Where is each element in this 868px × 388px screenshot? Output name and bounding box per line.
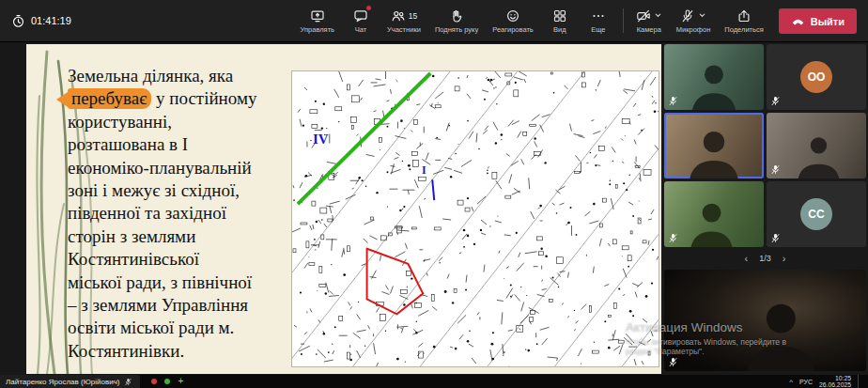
avatar: OO	[800, 61, 832, 93]
red-dot-icon[interactable]	[151, 379, 157, 384]
share-label: Поделиться	[724, 25, 763, 34]
slide-line: розташована в І	[68, 133, 256, 156]
avatar: CC	[800, 198, 832, 230]
meeting-timer-value: 01:41:19	[31, 15, 71, 26]
muted-mic-icon	[770, 96, 781, 106]
ellipsis-icon	[591, 8, 606, 23]
participant-tile-video-3[interactable]	[664, 181, 764, 247]
slide-line: сторін з землями	[68, 225, 256, 248]
participants-icon	[391, 8, 406, 23]
participants-button[interactable]: 15 Участники	[380, 2, 427, 39]
react-button[interactable]: Реагировать	[486, 2, 540, 39]
participant-tile-avatar-cc[interactable]: CC	[767, 181, 866, 247]
slide-line: південної та західної	[68, 202, 256, 225]
person-silhouette	[664, 195, 764, 247]
leave-label: Выйти	[811, 16, 845, 27]
zone-i-label: I	[422, 163, 426, 178]
manage-button[interactable]: Управлять	[294, 2, 341, 39]
muted-mic-icon	[668, 233, 678, 243]
tray-expand-icon[interactable]: ^	[789, 378, 793, 386]
react-label: Реагировать	[492, 25, 534, 34]
slide-line: міської ради, з північної	[68, 272, 256, 294]
participants-label: Участники	[387, 25, 421, 34]
tray-date: 26.06.2025	[819, 381, 851, 388]
more-label: Еще	[591, 25, 605, 34]
mic-label: Микрофон	[676, 25, 711, 34]
mic-off-icon	[680, 8, 695, 23]
slide-line: Костянтинівської	[68, 248, 256, 271]
highlighted-word: перебуває	[68, 88, 151, 109]
zone-iv-label: IV	[313, 132, 329, 147]
participant-tile-active-speaker[interactable]	[664, 113, 764, 178]
participants-count: 15	[409, 11, 417, 21]
participants-sidebar: OO CC ‹ 1/3 ›	[662, 42, 868, 375]
taskbar-app-icons: +	[151, 377, 183, 386]
view-label: Вид	[553, 25, 566, 34]
green-dot-icon[interactable]	[164, 379, 170, 384]
keyboard-language[interactable]: РУС	[799, 379, 813, 385]
camera-chevron-icon[interactable]	[654, 11, 662, 20]
pagination-counter: 1/3	[759, 254, 771, 263]
teams-meeting-window: 01:41:19 Управлять Чат 15 Участники	[0, 0, 868, 388]
raise-hand-icon	[449, 8, 464, 23]
participant-tile-video-2[interactable]	[767, 113, 866, 178]
camera-label: Камера	[637, 25, 661, 34]
more-button[interactable]: Еще	[580, 2, 617, 39]
screen-share-icon	[310, 8, 325, 23]
camera-button[interactable]: Камера	[629, 2, 669, 39]
slide-line: освіти міської ради м.	[68, 317, 256, 339]
meeting-timer: 01:41:19	[11, 14, 71, 28]
camera-off-icon	[636, 8, 651, 23]
presentation-slide: Земельна ділянка, яка перебуває у постій…	[26, 44, 661, 374]
slide-line: Костянтинівки.	[68, 340, 256, 363]
slide-line: користуванні,	[68, 111, 256, 133]
slide-line: економіко-планувальній	[68, 157, 256, 179]
presenter-name: Лайтаренко Ярослав (Юрійович)	[6, 378, 119, 386]
cadastral-map: IV I	[291, 70, 659, 367]
slide-paragraph: Земельна ділянка, яка перебуває у постій…	[68, 65, 256, 363]
smiley-icon	[505, 8, 520, 23]
tiles-pagination: ‹ 1/3 ›	[664, 249, 866, 268]
muted-mic-icon	[770, 164, 781, 175]
grid-view-icon	[552, 8, 567, 23]
muted-mic-icon	[770, 233, 781, 243]
mic-button[interactable]: Микрофон	[670, 2, 718, 39]
parcel-outline	[367, 249, 424, 315]
chat-button[interactable]: Чат	[342, 2, 380, 39]
raise-hand-label: Поднять руку	[435, 25, 478, 34]
participant-tile-avatar-oo[interactable]: OO	[767, 44, 866, 110]
muted-mic-icon	[668, 96, 678, 106]
participant-tile-large[interactable]	[664, 270, 866, 371]
person-silhouette	[664, 58, 764, 110]
share-button[interactable]: Поделиться	[718, 2, 769, 39]
chat-notification-dot	[366, 6, 371, 10]
pagination-next-icon[interactable]: ›	[783, 254, 786, 264]
slide-line: – з землями Управління	[68, 294, 256, 317]
person-silhouette	[767, 127, 866, 178]
participant-tile-video-1[interactable]	[664, 44, 764, 110]
manage-label: Управлять	[301, 25, 334, 34]
system-tray: ^ РУС 10:25 26.06.2025	[789, 375, 868, 388]
slide-line: Земельна ділянка, яка	[68, 65, 256, 87]
tray-clock[interactable]: 10:25 26.06.2025	[819, 375, 851, 388]
chat-icon	[353, 8, 368, 23]
participant-tiles: OO CC	[664, 44, 866, 247]
mic-chevron-icon[interactable]	[698, 11, 706, 20]
presenter-muted-mic-icon	[124, 378, 132, 386]
toolbar-divider	[623, 8, 624, 33]
slide-line: зоні і межує зі східної,	[68, 179, 256, 202]
leave-button[interactable]: Выйти	[779, 8, 857, 34]
view-button[interactable]: Вид	[541, 2, 579, 39]
pagination-prev-icon[interactable]: ‹	[745, 254, 749, 264]
timer-icon	[11, 14, 25, 28]
show-desktop-button[interactable]	[858, 375, 860, 388]
plus-icon[interactable]: +	[178, 377, 183, 386]
slide-line: перебуває у постійному	[68, 87, 256, 110]
slide-line-rest: у постійному	[151, 88, 256, 108]
share-icon	[736, 8, 752, 23]
raise-hand-button[interactable]: Поднять руку	[428, 2, 485, 39]
map-overlay	[292, 71, 659, 366]
person-silhouette	[664, 127, 764, 178]
presenter-name-badge: Лайтаренко Ярослав (Юрійович)	[0, 375, 140, 388]
tray-time: 10:25	[835, 375, 851, 381]
